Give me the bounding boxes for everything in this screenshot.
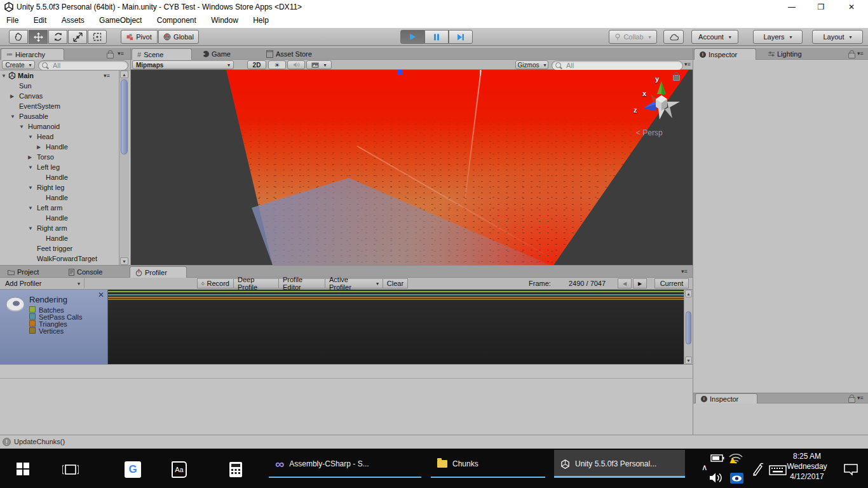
account-dropdown[interactable]: Account ▾ — [691, 30, 738, 44]
move-tool-button[interactable] — [29, 30, 48, 44]
blue-cube-object[interactable] — [397, 70, 403, 75]
profiler-module-title[interactable]: Rendering — [29, 295, 67, 304]
tree-row[interactable]: ▼Right arm — [0, 223, 118, 233]
add-profiler-dropdown[interactable]: Add Profiler ▾ — [1, 278, 83, 288]
tab-console[interactable]: Console — [64, 266, 122, 278]
prev-frame-button[interactable]: ◀ — [618, 278, 632, 288]
tree-row-main[interactable]: ▼ Main ▾≡ — [0, 71, 118, 81]
panel-menu-icon[interactable]: ▾≡ — [857, 50, 864, 57]
expand-arrow-icon[interactable]: ▼ — [28, 185, 34, 191]
expand-arrow-icon[interactable]: ▼ — [10, 114, 17, 119]
tab-inspector-bottom[interactable]: i Inspector — [695, 393, 757, 403]
statusbar[interactable]: ! UpdateChunks() — [0, 435, 868, 449]
tree-row[interactable]: WalkForwardTarget — [0, 254, 118, 264]
tree-row[interactable]: Handle — [0, 172, 118, 182]
2d-toggle-button[interactable]: 2D — [247, 60, 266, 69]
scrollbar-thumb[interactable] — [686, 311, 691, 344]
step-button[interactable] — [449, 30, 473, 44]
tree-row[interactable]: ▶Torso — [0, 152, 118, 162]
cloud-button[interactable] — [663, 30, 684, 44]
scroll-down-icon[interactable]: ▼ — [120, 257, 128, 265]
tab-asset-store[interactable]: Asset Store — [261, 48, 325, 60]
dictionary-taskbar-icon[interactable]: Aa — [172, 461, 187, 478]
global-toggle-button[interactable]: Global — [158, 30, 199, 44]
tree-row[interactable]: Feet trigger — [0, 243, 118, 254]
pen-input-icon[interactable] — [751, 463, 764, 477]
chrome-taskbar-icon[interactable]: G — [125, 461, 141, 478]
tree-row[interactable]: ▶Canvas — [0, 91, 118, 101]
tree-row[interactable]: ▼Left leg — [0, 162, 118, 172]
expand-arrow-icon[interactable]: ▼ — [1, 73, 8, 79]
profiler-chart[interactable] — [108, 290, 684, 364]
expand-arrow-icon[interactable]: ▼ — [28, 165, 34, 170]
tab-scene[interactable]: # Scene — [132, 48, 192, 60]
layers-dropdown[interactable]: Layers ▾ — [753, 30, 803, 44]
expand-arrow-icon[interactable]: ▼ — [28, 205, 34, 211]
profiler-chart-scrollbar[interactable]: ▲ ▼ — [684, 290, 693, 364]
status-message[interactable]: UpdateChunks() — [14, 438, 65, 445]
scene-lock-icon[interactable] — [673, 75, 680, 81]
minimize-button[interactable]: — — [779, 0, 804, 14]
scene-effects-dropdown[interactable]: ▾ — [306, 60, 332, 69]
hierarchy-scrollbar[interactable]: ▲ ▼ — [119, 71, 129, 265]
axis-z-label[interactable]: z — [634, 106, 637, 114]
taskbar-button-chunks[interactable]: Chunks — [431, 450, 545, 478]
expand-arrow-icon[interactable]: ▶ — [10, 93, 17, 99]
hand-tool-button[interactable] — [9, 30, 28, 44]
create-dropdown[interactable]: Create ▾ — [2, 60, 35, 69]
deep-profile-button[interactable]: Deep Profile — [233, 278, 279, 288]
gizmos-dropdown[interactable]: Gizmos ▾ — [515, 60, 548, 69]
tab-profiler[interactable]: Profiler — [130, 266, 187, 278]
tree-row[interactable]: ▶Handle — [0, 142, 118, 152]
tray-expand-chevron[interactable]: ∧ — [702, 463, 708, 472]
menu-help[interactable]: Help — [247, 14, 275, 28]
scene-menu-icon[interactable]: ▾≡ — [104, 72, 110, 79]
pivot-toggle-button[interactable]: Pivot — [121, 30, 158, 44]
scene-orientation-gizmo[interactable] — [633, 75, 690, 126]
battery-icon[interactable] — [710, 454, 724, 463]
persp-toggle[interactable]: < Persp — [636, 128, 663, 137]
tree-row[interactable]: ▼Humanoid — [0, 121, 118, 132]
legend-item-vertices[interactable]: Vertices — [29, 327, 64, 335]
taskbar-button-unity[interactable]: Unity 5.5.0f3 Personal... — [554, 450, 685, 478]
task-view-button[interactable] — [62, 464, 79, 475]
maximize-button[interactable]: ❐ — [808, 0, 834, 14]
tray-clock[interactable]: 8:25 AM Wednesday 4/12/2017 — [782, 451, 832, 482]
tree-row[interactable]: ▼Head — [0, 132, 118, 142]
axis-x-label[interactable]: x — [642, 90, 646, 97]
expand-arrow-icon[interactable]: ▼ — [19, 124, 25, 130]
menu-assets[interactable]: Assets — [55, 14, 91, 28]
tree-row[interactable]: Handle — [0, 233, 118, 243]
active-profiler-dropdown[interactable]: Active Profiler ▾ — [325, 278, 383, 288]
play-button[interactable] — [400, 30, 424, 44]
tree-row[interactable]: ▼Left arm — [0, 203, 118, 213]
scroll-up-icon[interactable]: ▲ — [120, 71, 128, 78]
expand-arrow-icon[interactable]: ▶ — [37, 144, 43, 150]
rotate-tool-button[interactable] — [48, 30, 67, 44]
scroll-down-icon[interactable]: ▼ — [685, 356, 692, 364]
tab-game[interactable]: Game — [198, 48, 248, 60]
scroll-up-icon[interactable]: ▲ — [685, 290, 692, 297]
tree-row[interactable]: Sun — [0, 81, 118, 91]
expand-arrow-icon[interactable]: ▶ — [28, 154, 34, 160]
wifi-warning-icon[interactable]: ! — [728, 452, 743, 464]
tree-row[interactable]: Handle — [0, 213, 118, 223]
tree-row[interactable]: ▼Pausable — [0, 111, 118, 121]
tab-project[interactable]: Project — [3, 266, 61, 278]
mipmaps-dropdown[interactable]: Mipmaps ▾ — [132, 60, 234, 69]
rect-tool-button[interactable] — [88, 30, 107, 44]
start-button[interactable] — [17, 463, 29, 475]
tab-inspector[interactable]: i Inspector — [694, 48, 756, 60]
menu-file[interactable]: File — [0, 14, 25, 28]
panel-menu-icon[interactable]: ▾≡ — [681, 268, 688, 274]
tab-lighting[interactable]: Lighting — [763, 48, 818, 60]
lock-icon[interactable] — [848, 397, 855, 403]
action-center-icon[interactable] — [844, 464, 858, 475]
expand-arrow-icon[interactable]: ▼ — [28, 134, 34, 140]
next-frame-button[interactable]: ▶ — [633, 278, 647, 288]
tree-row[interactable]: EventSystem — [0, 101, 118, 111]
lock-icon[interactable] — [848, 53, 855, 58]
clear-button[interactable]: Clear — [383, 278, 408, 288]
volume-icon[interactable] — [709, 472, 724, 484]
hierarchy-search-input[interactable]: All — [38, 60, 128, 71]
